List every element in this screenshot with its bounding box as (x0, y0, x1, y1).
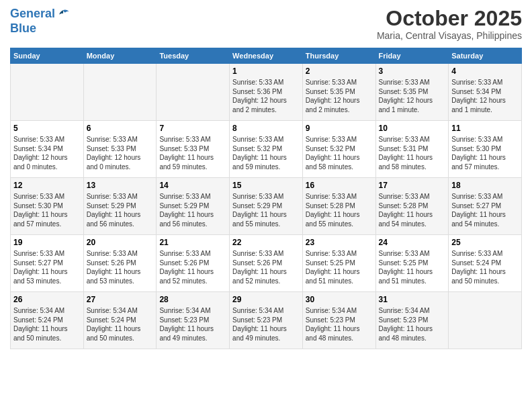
day-number: 4 (451, 66, 519, 76)
table-cell: 25Sunrise: 5:33 AM Sunset: 5:24 PM Dayli… (449, 235, 522, 292)
table-cell: 19Sunrise: 5:33 AM Sunset: 5:27 PM Dayli… (11, 235, 84, 292)
header-monday: Monday (83, 48, 157, 64)
week-row-2: 5Sunrise: 5:33 AM Sunset: 5:34 PM Daylig… (11, 121, 522, 178)
day-number: 16 (306, 181, 373, 190)
day-info: Sunrise: 5:33 AM Sunset: 5:25 PM Dayligh… (379, 249, 446, 285)
day-info: Sunrise: 5:33 AM Sunset: 5:29 PM Dayligh… (159, 192, 226, 228)
table-cell: 22Sunrise: 5:33 AM Sunset: 5:26 PM Dayli… (230, 235, 303, 292)
table-cell: 2Sunrise: 5:33 AM Sunset: 5:35 PM Daylig… (302, 64, 375, 121)
month-title: October 2025 (377, 7, 522, 30)
table-cell: 16Sunrise: 5:33 AM Sunset: 5:28 PM Dayli… (302, 178, 375, 235)
day-number: 5 (13, 124, 81, 133)
day-info: Sunrise: 5:34 AM Sunset: 5:24 PM Dayligh… (87, 306, 154, 342)
day-number: 17 (379, 181, 446, 190)
header-tuesday: Tuesday (157, 48, 230, 64)
day-number: 7 (159, 124, 226, 133)
day-number: 31 (379, 295, 446, 304)
table-cell: 21Sunrise: 5:33 AM Sunset: 5:26 PM Dayli… (157, 235, 230, 292)
day-info: Sunrise: 5:33 AM Sunset: 5:31 PM Dayligh… (379, 135, 446, 171)
day-info: Sunrise: 5:33 AM Sunset: 5:30 PM Dayligh… (451, 135, 519, 171)
day-info: Sunrise: 5:33 AM Sunset: 5:26 PM Dayligh… (159, 249, 226, 285)
header-sunday: Sunday (11, 48, 84, 64)
day-number: 14 (159, 181, 226, 190)
logo-text-general: General (10, 7, 55, 21)
table-cell (157, 64, 230, 121)
week-row-4: 19Sunrise: 5:33 AM Sunset: 5:27 PM Dayli… (11, 235, 522, 292)
table-cell: 10Sunrise: 5:33 AM Sunset: 5:31 PM Dayli… (375, 121, 449, 178)
day-number: 13 (87, 181, 154, 190)
week-row-3: 12Sunrise: 5:33 AM Sunset: 5:30 PM Dayli… (11, 178, 522, 235)
day-number: 12 (13, 181, 81, 190)
day-number: 25 (451, 238, 519, 247)
day-info: Sunrise: 5:33 AM Sunset: 5:26 PM Dayligh… (87, 249, 154, 285)
day-number: 18 (451, 181, 519, 190)
header-saturday: Saturday (449, 48, 522, 64)
day-number: 20 (87, 238, 154, 247)
day-number: 19 (13, 238, 81, 247)
day-number: 28 (159, 295, 226, 304)
day-info: Sunrise: 5:33 AM Sunset: 5:35 PM Dayligh… (306, 78, 373, 114)
table-cell: 3Sunrise: 5:33 AM Sunset: 5:35 PM Daylig… (375, 64, 449, 121)
table-cell: 15Sunrise: 5:33 AM Sunset: 5:29 PM Dayli… (230, 178, 303, 235)
day-number: 23 (306, 238, 373, 247)
day-number: 10 (379, 124, 446, 133)
day-number: 8 (232, 124, 300, 133)
day-info: Sunrise: 5:33 AM Sunset: 5:29 PM Dayligh… (87, 192, 154, 228)
table-cell: 12Sunrise: 5:33 AM Sunset: 5:30 PM Dayli… (11, 178, 84, 235)
table-cell: 26Sunrise: 5:34 AM Sunset: 5:24 PM Dayli… (11, 292, 84, 349)
day-info: Sunrise: 5:34 AM Sunset: 5:24 PM Dayligh… (13, 306, 81, 342)
day-number: 24 (379, 238, 446, 247)
header-thursday: Thursday (302, 48, 375, 64)
day-info: Sunrise: 5:33 AM Sunset: 5:25 PM Dayligh… (306, 249, 373, 285)
day-info: Sunrise: 5:33 AM Sunset: 5:30 PM Dayligh… (13, 192, 81, 228)
logo: General Blue (10, 7, 71, 36)
day-number: 29 (232, 295, 300, 304)
day-info: Sunrise: 5:34 AM Sunset: 5:23 PM Dayligh… (159, 306, 226, 342)
logo-text-blue: Blue (10, 21, 36, 35)
table-cell: 11Sunrise: 5:33 AM Sunset: 5:30 PM Dayli… (449, 121, 522, 178)
day-number: 26 (13, 295, 81, 304)
day-info: Sunrise: 5:33 AM Sunset: 5:33 PM Dayligh… (87, 135, 154, 171)
day-info: Sunrise: 5:33 AM Sunset: 5:28 PM Dayligh… (379, 192, 446, 228)
table-cell (449, 292, 522, 349)
table-cell: 17Sunrise: 5:33 AM Sunset: 5:28 PM Dayli… (375, 178, 449, 235)
day-info: Sunrise: 5:33 AM Sunset: 5:34 PM Dayligh… (451, 78, 519, 114)
day-info: Sunrise: 5:33 AM Sunset: 5:28 PM Dayligh… (306, 192, 373, 228)
table-cell: 4Sunrise: 5:33 AM Sunset: 5:34 PM Daylig… (449, 64, 522, 121)
day-info: Sunrise: 5:34 AM Sunset: 5:23 PM Dayligh… (306, 306, 373, 342)
table-cell: 30Sunrise: 5:34 AM Sunset: 5:23 PM Dayli… (302, 292, 375, 349)
table-cell: 7Sunrise: 5:33 AM Sunset: 5:33 PM Daylig… (157, 121, 230, 178)
location: Maria, Central Visayas, Philippines (377, 30, 522, 41)
day-info: Sunrise: 5:34 AM Sunset: 5:23 PM Dayligh… (379, 306, 446, 342)
table-cell: 5Sunrise: 5:33 AM Sunset: 5:34 PM Daylig… (11, 121, 84, 178)
calendar-table: Sunday Monday Tuesday Wednesday Thursday… (10, 48, 522, 349)
day-info: Sunrise: 5:33 AM Sunset: 5:27 PM Dayligh… (13, 249, 81, 285)
table-cell: 8Sunrise: 5:33 AM Sunset: 5:32 PM Daylig… (230, 121, 303, 178)
day-number: 11 (451, 124, 519, 133)
page-container: General Blue October 2025 Maria, Central… (0, 0, 532, 356)
day-info: Sunrise: 5:33 AM Sunset: 5:29 PM Dayligh… (232, 192, 300, 228)
table-cell: 20Sunrise: 5:33 AM Sunset: 5:26 PM Dayli… (83, 235, 157, 292)
title-area: October 2025 Maria, Central Visayas, Phi… (377, 7, 522, 41)
table-cell: 31Sunrise: 5:34 AM Sunset: 5:23 PM Dayli… (375, 292, 449, 349)
table-cell (83, 64, 157, 121)
day-number: 9 (306, 124, 373, 133)
table-cell: 6Sunrise: 5:33 AM Sunset: 5:33 PM Daylig… (83, 121, 157, 178)
day-number: 1 (232, 66, 300, 76)
day-info: Sunrise: 5:33 AM Sunset: 5:36 PM Dayligh… (232, 78, 300, 114)
day-number: 6 (87, 124, 154, 133)
day-number: 15 (232, 181, 300, 190)
day-info: Sunrise: 5:33 AM Sunset: 5:24 PM Dayligh… (451, 249, 519, 285)
day-info: Sunrise: 5:33 AM Sunset: 5:26 PM Dayligh… (232, 249, 300, 285)
week-row-1: 1Sunrise: 5:33 AM Sunset: 5:36 PM Daylig… (11, 64, 522, 121)
day-number: 27 (87, 295, 154, 304)
day-number: 3 (379, 66, 446, 76)
day-number: 30 (306, 295, 373, 304)
table-cell: 24Sunrise: 5:33 AM Sunset: 5:25 PM Dayli… (375, 235, 449, 292)
table-cell: 9Sunrise: 5:33 AM Sunset: 5:32 PM Daylig… (302, 121, 375, 178)
day-info: Sunrise: 5:34 AM Sunset: 5:23 PM Dayligh… (232, 306, 300, 342)
table-cell: 23Sunrise: 5:33 AM Sunset: 5:25 PM Dayli… (302, 235, 375, 292)
day-info: Sunrise: 5:33 AM Sunset: 5:27 PM Dayligh… (451, 192, 519, 228)
day-info: Sunrise: 5:33 AM Sunset: 5:32 PM Dayligh… (232, 135, 300, 171)
week-row-5: 26Sunrise: 5:34 AM Sunset: 5:24 PM Dayli… (11, 292, 522, 349)
